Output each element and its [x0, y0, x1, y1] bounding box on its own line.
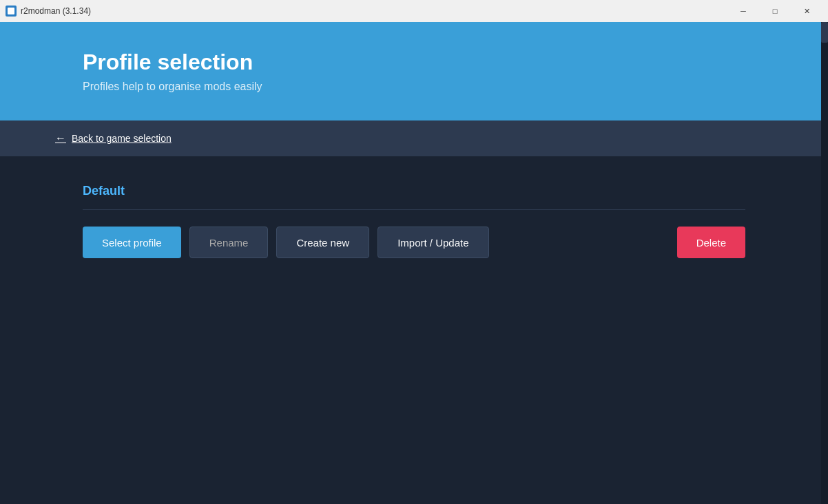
window-controls: ─ □ ✕ [727, 0, 822, 22]
nav-bar: ← Back to game selection [0, 120, 828, 156]
app-icon-inner [8, 8, 14, 14]
create-new-button[interactable]: Create new [276, 227, 369, 258]
back-link-label: Back to game selection [72, 133, 172, 144]
page-title: Profile selection [83, 50, 745, 75]
profile-name: Default [83, 184, 745, 198]
rename-button[interactable]: Rename [189, 227, 269, 258]
profile-actions: Select profile Rename Create new Import … [83, 227, 745, 258]
app-icon [6, 6, 17, 17]
main-content: Default Select profile Rename Create new… [0, 156, 828, 504]
import-update-button[interactable]: Import / Update [377, 227, 488, 258]
header: Profile selection Profiles help to organ… [0, 22, 828, 120]
scrollbar[interactable] [821, 22, 828, 504]
maximize-button[interactable]: □ [759, 0, 791, 22]
scrollbar-thumb[interactable] [821, 22, 828, 43]
title-text: r2modman (3.1.34) [21, 6, 91, 16]
select-profile-button[interactable]: Select profile [83, 227, 181, 258]
divider [83, 209, 745, 210]
page-subtitle: Profiles help to organise mods easily [83, 81, 745, 93]
title-bar-left: r2modman (3.1.34) [6, 6, 91, 17]
delete-button[interactable]: Delete [677, 227, 745, 258]
profile-section: Default Select profile Rename Create new… [83, 184, 745, 258]
back-arrow-icon: ← [55, 132, 66, 145]
back-to-game-selection-link[interactable]: ← Back to game selection [55, 132, 172, 145]
title-bar: r2modman (3.1.34) ─ □ ✕ [0, 0, 828, 22]
close-button[interactable]: ✕ [791, 0, 822, 22]
minimize-button[interactable]: ─ [727, 0, 759, 22]
